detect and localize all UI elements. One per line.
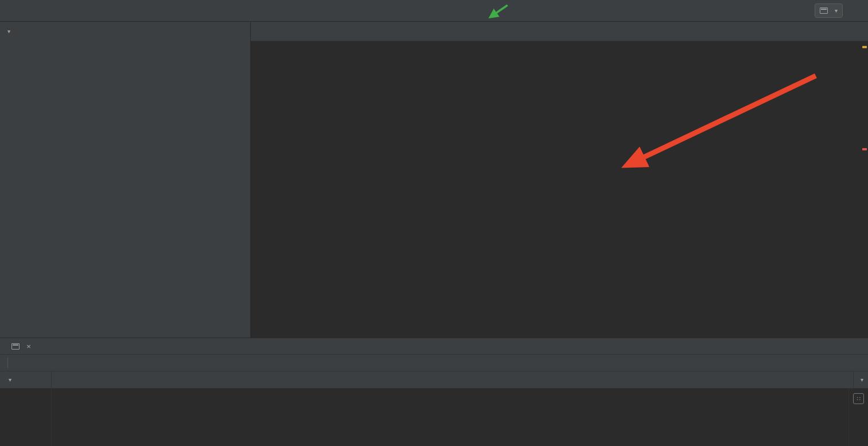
stripe-warning-mark[interactable] <box>862 46 867 48</box>
editor-tab-bar <box>251 22 868 41</box>
debug-header: × <box>0 338 868 354</box>
separator <box>7 358 8 368</box>
variables-panel <box>52 389 848 446</box>
debug-body: ∷ <box>0 389 868 446</box>
frames-toolbar <box>0 389 51 404</box>
debug-right-rail: ∷ <box>848 389 868 446</box>
ide-window: ▾ ▾ <box>0 0 868 446</box>
close-tab-icon[interactable]: × <box>26 342 31 351</box>
code-editor[interactable] <box>251 41 868 338</box>
application-icon <box>11 343 20 350</box>
debug-session-tab[interactable]: × <box>8 342 34 351</box>
titlebar: ▾ <box>0 0 868 22</box>
chevron-down-icon: ▾ <box>835 7 838 14</box>
run-configuration-select[interactable]: ▾ <box>815 3 843 18</box>
debug-tool-window: × ▾ ▾ <box>0 338 868 446</box>
project-tree <box>0 40 250 338</box>
stripe-breakpoint-mark[interactable] <box>862 148 867 150</box>
chevron-down-icon[interactable]: ▾ <box>7 28 10 34</box>
error-stripe[interactable] <box>861 41 868 338</box>
project-panel: ▾ <box>0 22 251 338</box>
editor-area <box>251 22 868 338</box>
memory-tab[interactable]: ▾ <box>853 371 868 388</box>
frames-tab[interactable]: ▾ <box>0 371 52 388</box>
debug-toolbar <box>0 354 868 371</box>
run-config-icon <box>820 7 828 14</box>
chevron-down-icon: ▾ <box>861 377 863 383</box>
debug-subheader: ▾ ▾ <box>0 371 868 389</box>
chevron-down-icon: ▾ <box>9 377 11 383</box>
frames-panel <box>0 389 52 446</box>
evaluate-icon[interactable]: ∷ <box>853 393 864 404</box>
main-area: ▾ <box>0 22 868 338</box>
project-panel-header: ▾ <box>0 22 250 40</box>
